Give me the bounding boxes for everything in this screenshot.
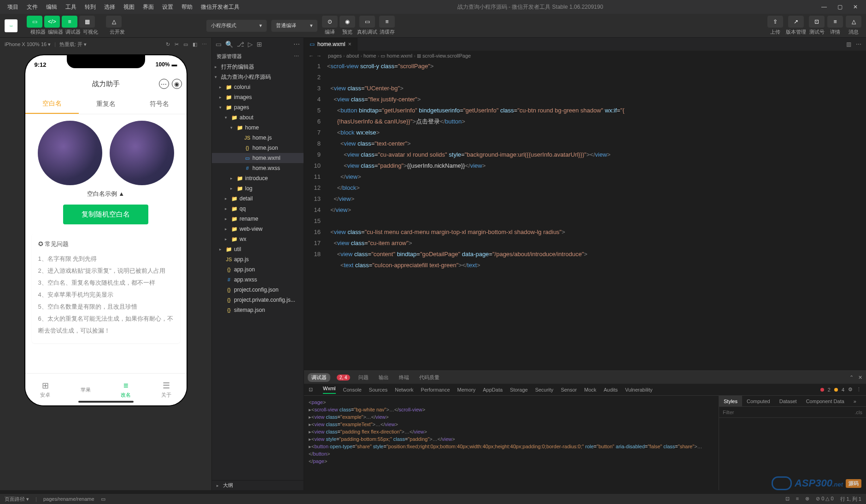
devtools-tab[interactable]: 问题	[357, 374, 370, 381]
page-path-value[interactable]: pages/rename/rename	[43, 496, 94, 502]
toolbar-button[interactable]: </>	[44, 16, 60, 28]
tree-item[interactable]: #app.wxss	[212, 275, 304, 285]
crumb[interactable]: ⊞ scroll-view.scrollPage	[417, 53, 471, 59]
toolbar-button[interactable]: ▦	[79, 16, 95, 28]
devtools-tab[interactable]: 终端	[397, 374, 411, 381]
styles-tab[interactable]: Computed	[742, 396, 775, 406]
split-editor-icon[interactable]: ▥	[846, 41, 851, 47]
tree-item[interactable]: {}project.config.json	[212, 285, 304, 295]
app-tab[interactable]: 符号名	[133, 94, 187, 114]
menu-item[interactable]: 界面	[139, 1, 158, 13]
crumb[interactable]: ▭ home.wxml	[380, 53, 412, 59]
app-tab[interactable]: 空白名	[25, 94, 79, 114]
tree-item[interactable]: ▸📁introduce	[212, 173, 304, 183]
hot-reload-toggle[interactable]: 热重载: 开 ▾	[59, 41, 87, 48]
crumb[interactable]: pages	[328, 53, 342, 59]
inspect-icon[interactable]: ⊡	[309, 387, 313, 393]
devtools-subtab[interactable]: Sources	[369, 387, 387, 393]
tree-item[interactable]: {}sitemap.json	[212, 305, 304, 315]
devtools-tab[interactable]: 代码质量	[417, 374, 441, 381]
tree-item[interactable]: {}project.private.config.js...	[212, 295, 304, 305]
capsule-menu-icon[interactable]: ⋯	[159, 79, 169, 89]
device-selector[interactable]: iPhone X 100% 16 ▾	[5, 41, 51, 47]
tree-item[interactable]: ▸📁qq	[212, 204, 304, 214]
styles-tab[interactable]: Styles	[719, 396, 742, 406]
editor-tab[interactable]: ▭home.wxml×	[304, 38, 357, 51]
app-tab[interactable]: 重复名	[79, 94, 133, 114]
toolbar-button[interactable]: △	[106, 16, 122, 28]
menu-item[interactable]: 编辑	[42, 1, 61, 13]
explorer-more-icon[interactable]: ⋯	[294, 53, 299, 59]
tree-item[interactable]: ▸📁util	[212, 244, 304, 254]
tree-item[interactable]: JShome.js	[212, 133, 304, 143]
more-icon[interactable]: ⋯	[293, 41, 300, 48]
menu-item[interactable]: 项目	[4, 1, 22, 13]
toolbar-button[interactable]: ⊡	[809, 16, 825, 28]
styles-filter[interactable]: Filter	[723, 410, 734, 415]
wxml-tree[interactable]: <page> ▸<scroll-view class="bg-white nav…	[304, 396, 719, 490]
sim-toolbar-icon[interactable]: ↻	[166, 41, 170, 47]
compile-dropdown[interactable]: 普通编译▾	[271, 20, 317, 32]
memory-icon[interactable]: ≡	[796, 496, 799, 503]
styles-tab[interactable]: Component Data	[802, 396, 849, 406]
devtools-tab[interactable]: 输出	[377, 374, 391, 381]
devtools-tab[interactable]: 调试器	[308, 373, 330, 382]
tree-item[interactable]: ▾📁about	[212, 112, 304, 123]
menu-item[interactable]: 帮助	[178, 1, 196, 13]
breadcrumb[interactable]: ←→ pages › about › home › ▭ home.wxml › …	[304, 51, 866, 61]
devtools-subtab[interactable]: AppData	[483, 387, 503, 393]
sim-toolbar-icon[interactable]: ✂	[175, 41, 179, 47]
devtools-subtab[interactable]: Vulnerability	[625, 387, 653, 393]
menu-item[interactable]: 视图	[120, 1, 138, 13]
devtools-subtab[interactable]: Mock	[584, 387, 596, 393]
crumb[interactable]: about	[346, 53, 359, 59]
debug-icon[interactable]: ▷	[248, 41, 253, 48]
devtools-more-icon[interactable]: ⋮	[856, 387, 861, 393]
tree-item[interactable]: ▸📁detail	[212, 193, 304, 204]
bottom-nav-item[interactable]: ⊞安卓	[25, 374, 66, 405]
toolbar-button[interactable]: ≡	[62, 16, 77, 28]
toolbar-button[interactable]: ▭	[27, 16, 42, 28]
toolbar-button[interactable]: ⇪	[767, 16, 783, 28]
devtools-subtab[interactable]: Wxml	[323, 386, 336, 394]
devtools-subtab[interactable]: Audits	[604, 387, 618, 393]
tree-item[interactable]: #home.wxss	[212, 163, 304, 173]
devtools-subtab[interactable]: Security	[535, 387, 554, 393]
tree-item[interactable]: ▭home.wxml	[212, 153, 304, 163]
scene-icon[interactable]: ⊡	[785, 496, 790, 503]
toolbar-button[interactable]: △	[846, 16, 861, 28]
outline-section[interactable]: ▸大纲	[212, 480, 304, 490]
toolbar-button[interactable]: ≡	[827, 16, 843, 28]
styles-tab[interactable]: Dataset	[775, 396, 802, 406]
ext-icon[interactable]: ⊞	[257, 41, 262, 48]
styles-more-icon[interactable]: »	[849, 396, 861, 406]
tree-item[interactable]: ▸📁colorui	[212, 82, 304, 92]
page-path-label[interactable]: 页面路径 ▾	[5, 496, 29, 503]
devtools-subtab[interactable]: Storage	[510, 387, 528, 393]
tree-item[interactable]: {}home.json	[212, 143, 304, 153]
minimize-button[interactable]: —	[817, 2, 831, 12]
copy-name-button[interactable]: 复制随机空白名	[63, 205, 148, 224]
menu-item[interactable]: 工具	[62, 1, 80, 13]
tree-item[interactable]: ▸📁wx	[212, 234, 304, 244]
devtools-min-icon[interactable]: ⌃	[849, 375, 854, 381]
menu-item[interactable]: 选择	[100, 1, 119, 13]
devtools-subtab[interactable]: Sensor	[561, 387, 577, 393]
opened-editors-section[interactable]: ▸打开的编辑器	[212, 62, 304, 72]
mode-dropdown[interactable]: 小程序模式▾	[206, 20, 267, 32]
problems-count[interactable]: ⊘ 0 △ 0	[816, 496, 833, 503]
toolbar-button[interactable]: ⊙	[322, 16, 338, 28]
menu-item[interactable]: 文件	[23, 1, 41, 13]
toolbar-button[interactable]: ↗	[788, 16, 804, 28]
tab-close-icon[interactable]: ×	[348, 41, 351, 47]
menu-item[interactable]: 转到	[81, 1, 99, 13]
tree-item[interactable]: ▸📁log	[212, 183, 304, 193]
search-icon[interactable]: 🔍	[225, 41, 233, 48]
cls-toggle[interactable]: .cls	[855, 410, 863, 415]
sim-toolbar-icon[interactable]: ⋯	[202, 41, 207, 47]
menu-item[interactable]: 微信开发者工具	[197, 1, 243, 13]
editor-more-icon[interactable]: ⋯	[856, 41, 861, 47]
tree-item[interactable]: ▸📁rename	[212, 214, 304, 224]
toolbar-button[interactable]: ≡	[379, 16, 395, 28]
sim-toolbar-icon[interactable]: ▭	[183, 41, 188, 47]
